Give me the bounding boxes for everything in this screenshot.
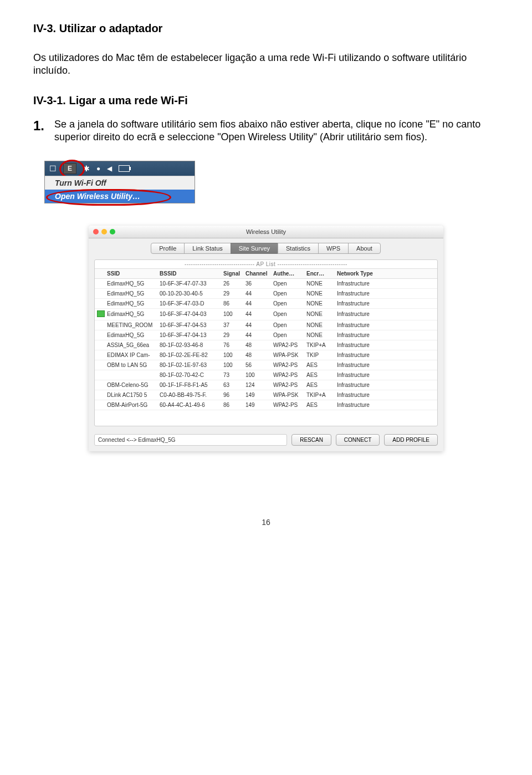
section-heading: IV-3. Utilizar o adaptador bbox=[33, 22, 499, 35]
table-cell: OBM-AirPort-5G bbox=[105, 400, 157, 410]
table-row[interactable]: EdimaxHQ_5G00-10-20-30-40-52944OpenNONEI… bbox=[95, 288, 437, 298]
table-row[interactable]: MEETING_ROOM10-6F-3F-47-04-533744OpenNON… bbox=[95, 320, 437, 330]
table-cell: WPA2-PS bbox=[271, 360, 304, 370]
zoom-icon[interactable] bbox=[110, 229, 115, 234]
tab-statistics[interactable]: Statistics bbox=[278, 243, 319, 254]
col-auth: Authe… bbox=[271, 269, 304, 279]
table-cell: 10-6F-3F-47-04-13 bbox=[157, 330, 221, 340]
add-profile-button[interactable]: ADD PROFILE bbox=[384, 434, 438, 446]
table-cell: AES bbox=[304, 380, 335, 390]
ap-list-label: --------------------------------- AP Lis… bbox=[95, 260, 437, 269]
col-ssid: SSID bbox=[105, 269, 157, 279]
table-cell: NONE bbox=[304, 330, 335, 340]
table-cell: 80-1F-02-70-42-C bbox=[157, 370, 221, 380]
table-cell: 29 bbox=[221, 330, 243, 340]
tab-link-status[interactable]: Link Status bbox=[184, 243, 231, 254]
status-bar: Connected <--> EdimaxHQ_5G RESCAN CONNEC… bbox=[89, 430, 443, 451]
menu-item-turn-wifi-off[interactable]: Turn Wi-Fi Off bbox=[45, 176, 195, 190]
row-indicator bbox=[95, 380, 105, 390]
table-cell: 10-6F-3F-47-04-53 bbox=[157, 320, 221, 330]
table-cell: 80-1F-02-1E-97-63 bbox=[157, 360, 221, 370]
table-cell: NONE bbox=[304, 288, 335, 298]
tab-bar: Profile Link Status Site Survey Statisti… bbox=[89, 238, 443, 256]
table-cell: Open bbox=[271, 320, 304, 330]
table-cell: AES bbox=[304, 360, 335, 370]
table-cell: WPA2-PS bbox=[271, 340, 304, 350]
table-cell: 100 bbox=[221, 360, 243, 370]
connected-indicator-icon bbox=[97, 310, 105, 317]
table-row[interactable]: OBM to LAN 5G80-1F-02-1E-97-6310056WPA2-… bbox=[95, 360, 437, 370]
table-cell: OBM-Celeno-5G bbox=[105, 380, 157, 390]
table-cell: NONE bbox=[304, 308, 335, 320]
table-cell: TKIP bbox=[304, 350, 335, 360]
rescan-button[interactable]: RESCAN bbox=[291, 434, 331, 446]
table-cell: Infrastructure bbox=[335, 390, 437, 400]
row-indicator bbox=[95, 330, 105, 340]
table-cell: Infrastructure bbox=[335, 308, 437, 320]
row-indicator bbox=[95, 278, 105, 288]
table-cell: Infrastructure bbox=[335, 400, 437, 410]
table-cell: Open bbox=[271, 278, 304, 288]
table-cell: C0-A0-BB-49-75-F. bbox=[157, 390, 221, 400]
table-row[interactable]: DLink AC1750 5C0-A0-BB-49-75-F.96149WPA-… bbox=[95, 390, 437, 400]
table-cell: Infrastructure bbox=[335, 350, 437, 360]
e-utility-icon[interactable]: E bbox=[63, 163, 76, 174]
table-cell: EdimaxHQ_5G bbox=[105, 330, 157, 340]
table-cell: OBM to LAN 5G bbox=[105, 360, 157, 370]
table-cell: 48 bbox=[243, 350, 271, 360]
table-cell: Open bbox=[271, 330, 304, 340]
wireless-utility-window: Wireless Utility Profile Link Status Sit… bbox=[89, 226, 443, 451]
figure-menubar-dropdown: ☐ E ✱ ● ◀ Turn Wi-Fi Off Open Wireless U… bbox=[44, 161, 195, 203]
table-row[interactable]: 80-1F-02-70-42-C73100WPA2-PSAESInfrastru… bbox=[95, 370, 437, 380]
menu-item-open-wireless-utility[interactable]: Open Wireless Utility… bbox=[45, 190, 195, 203]
table-cell: NONE bbox=[304, 298, 335, 308]
ap-list-panel: --------------------------------- AP Lis… bbox=[94, 259, 438, 426]
step-1: 1. Se a janela do software utilitário se… bbox=[33, 118, 499, 144]
table-cell: 29 bbox=[221, 288, 243, 298]
table-row[interactable]: EdimaxHQ_5G10-6F-3F-47-04-0310044OpenNON… bbox=[95, 308, 437, 320]
row-indicator bbox=[95, 350, 105, 360]
table-cell: Open bbox=[271, 288, 304, 298]
window-controls[interactable] bbox=[93, 229, 115, 234]
table-row[interactable]: OBM-AirPort-5G60-A4-4C-A1-49-686149WPA2-… bbox=[95, 400, 437, 410]
intro-paragraph: Os utilizadores do Mac têm de estabelece… bbox=[33, 52, 499, 78]
table-cell: AES bbox=[304, 370, 335, 380]
table-cell: 26 bbox=[221, 278, 243, 288]
table-cell: 56 bbox=[243, 360, 271, 370]
table-cell: 149 bbox=[243, 400, 271, 410]
table-cell: EDIMAX IP Cam- bbox=[105, 350, 157, 360]
table-cell: 36 bbox=[243, 278, 271, 288]
table-cell: Open bbox=[271, 308, 304, 320]
window-titlebar: Wireless Utility bbox=[89, 226, 443, 238]
table-cell: MEETING_ROOM bbox=[105, 320, 157, 330]
table-row[interactable]: EDIMAX IP Cam-80-1F-02-2E-FE-8210048WPA-… bbox=[95, 350, 437, 360]
table-cell: Infrastructure bbox=[335, 380, 437, 390]
table-row[interactable]: EdimaxHQ_5G10-6F-3F-47-04-132944OpenNONE… bbox=[95, 330, 437, 340]
close-icon[interactable] bbox=[93, 229, 99, 234]
dropbox-icon: ☐ bbox=[49, 164, 57, 173]
table-cell: WPA-PSK bbox=[271, 350, 304, 360]
col-signal: Signal bbox=[221, 269, 243, 279]
table-row[interactable]: ASSIA_5G_66ea80-1F-02-93-46-87648WPA2-PS… bbox=[95, 340, 437, 350]
table-cell: EdimaxHQ_5G bbox=[105, 298, 157, 308]
connect-button[interactable]: CONNECT bbox=[336, 434, 380, 446]
row-indicator bbox=[95, 390, 105, 400]
tab-about[interactable]: About bbox=[348, 243, 381, 254]
table-cell: WPA2-PS bbox=[271, 370, 304, 380]
table-cell: 100 bbox=[221, 308, 243, 320]
table-cell: 80-1F-02-2E-FE-82 bbox=[157, 350, 221, 360]
window-title: Wireless Utility bbox=[246, 228, 286, 235]
table-row[interactable]: EdimaxHQ_5G10-6F-3F-47-03-D8644OpenNONEI… bbox=[95, 298, 437, 308]
table-cell: 10-6F-3F-47-07-33 bbox=[157, 278, 221, 288]
tab-site-survey[interactable]: Site Survey bbox=[231, 243, 278, 254]
table-header-row: SSID BSSID Signal Channel Authe… Encr… N… bbox=[95, 269, 437, 279]
tab-profile[interactable]: Profile bbox=[151, 243, 185, 254]
minimize-icon[interactable] bbox=[101, 229, 107, 234]
tab-wps[interactable]: WPS bbox=[318, 243, 349, 254]
table-row[interactable]: EdimaxHQ_5G10-6F-3F-47-07-332636OpenNONE… bbox=[95, 278, 437, 288]
table-cell: 100 bbox=[243, 370, 271, 380]
table-row[interactable]: OBM-Celeno-5G00-1F-1F-F8-F1-A563124WPA2-… bbox=[95, 380, 437, 390]
table-cell: WPA2-PS bbox=[271, 380, 304, 390]
table-cell: 44 bbox=[243, 308, 271, 320]
table-cell: 44 bbox=[243, 330, 271, 340]
